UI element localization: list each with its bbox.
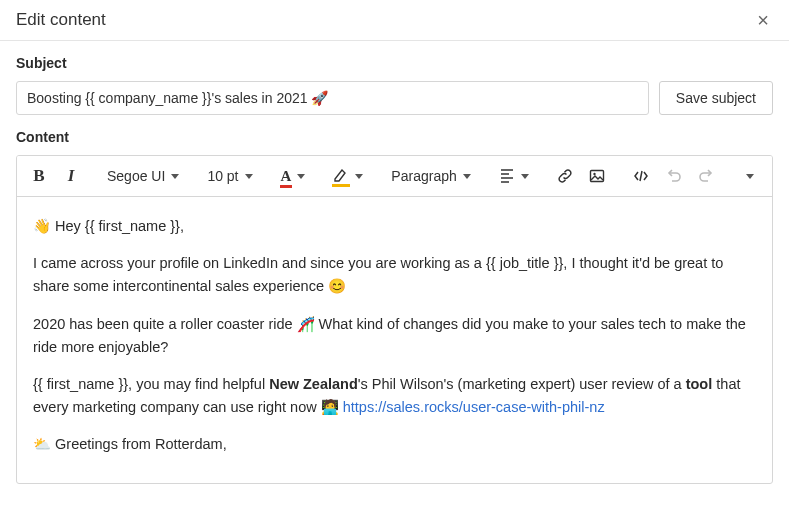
font-size-dropdown[interactable]: 10 pt xyxy=(201,162,258,190)
code-icon xyxy=(633,168,649,184)
edit-content-modal: Edit content × Subject Save subject Cont… xyxy=(0,0,789,505)
block-format-dropdown[interactable]: Paragraph xyxy=(385,162,476,190)
svg-rect-0 xyxy=(590,171,603,182)
body-text: 's Phil Wilson's (marketing expert) user… xyxy=(358,376,686,392)
save-subject-button[interactable]: Save subject xyxy=(659,81,773,115)
subject-row: Save subject xyxy=(0,81,789,115)
chevron-down-icon xyxy=(171,174,179,179)
body-paragraph: ⛅ Greetings from Rotterdam, xyxy=(33,433,756,456)
highlight-color-dropdown[interactable] xyxy=(327,162,369,190)
block-format-value: Paragraph xyxy=(391,168,456,184)
body-paragraph: 2020 has been quite a roller coaster rid… xyxy=(33,313,756,359)
svg-point-1 xyxy=(593,173,595,175)
body-paragraph: {{ first_name }}, you may find helpful N… xyxy=(33,373,756,419)
chevron-down-icon xyxy=(746,174,754,179)
body-bold: New Zealand xyxy=(269,376,358,392)
font-family-value: Segoe UI xyxy=(107,168,165,184)
subject-input[interactable] xyxy=(16,81,649,115)
link-button[interactable] xyxy=(551,162,579,190)
image-button[interactable] xyxy=(583,162,611,190)
text-color-dropdown[interactable]: A xyxy=(275,162,312,190)
undo-button[interactable] xyxy=(660,162,688,190)
body-text: {{ first_name }}, you may find helpful xyxy=(33,376,269,392)
chevron-down-icon xyxy=(521,174,529,179)
chevron-down-icon xyxy=(463,174,471,179)
body-paragraph: I came across your profile on LinkedIn a… xyxy=(33,252,756,298)
italic-button[interactable]: I xyxy=(57,162,85,190)
more-toolbar-button[interactable] xyxy=(736,162,764,190)
bold-button[interactable]: B xyxy=(25,162,53,190)
modal-title: Edit content xyxy=(16,10,106,30)
editor-body[interactable]: 👋 Hey {{ first_name }}, I came across yo… xyxy=(17,197,772,483)
content-label: Content xyxy=(0,115,789,155)
subject-label: Subject xyxy=(0,41,789,81)
close-icon[interactable]: × xyxy=(753,10,773,30)
highlight-icon xyxy=(333,169,349,183)
body-link[interactable]: https://sales.rocks/user-case-with-phil-… xyxy=(343,399,605,415)
code-view-button[interactable] xyxy=(627,162,655,190)
body-paragraph: 👋 Hey {{ first_name }}, xyxy=(33,215,756,238)
image-icon xyxy=(589,168,605,184)
font-size-value: 10 pt xyxy=(207,168,238,184)
modal-header: Edit content × xyxy=(0,0,789,41)
chevron-down-icon xyxy=(355,174,363,179)
text-color-icon: A xyxy=(281,168,292,185)
editor-toolbar: B I Segoe UI 10 pt A xyxy=(17,156,772,197)
chevron-down-icon xyxy=(245,174,253,179)
align-dropdown[interactable] xyxy=(493,162,535,190)
body-bold: tool xyxy=(686,376,713,392)
align-left-icon xyxy=(499,168,515,184)
font-family-dropdown[interactable]: Segoe UI xyxy=(101,162,185,190)
redo-icon xyxy=(698,168,714,184)
undo-icon xyxy=(666,168,682,184)
editor: B I Segoe UI 10 pt A xyxy=(16,155,773,484)
redo-button[interactable] xyxy=(692,162,720,190)
chevron-down-icon xyxy=(297,174,305,179)
link-icon xyxy=(557,168,573,184)
